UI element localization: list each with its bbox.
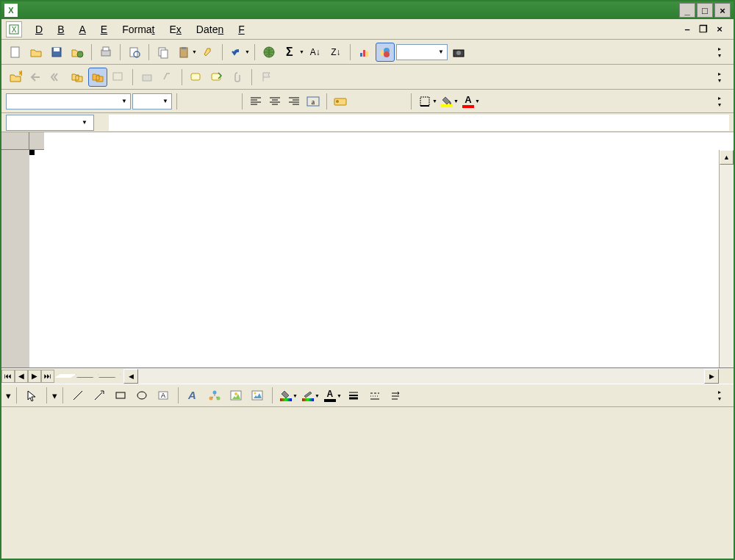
draw-line-color-dropdown[interactable]: ▼ [300,390,320,401]
line-icon[interactable] [68,386,87,405]
merge-center-icon[interactable]: a [304,93,322,110]
currency-icon[interactable] [331,93,349,110]
sheet-tab-2[interactable] [76,374,98,378]
copy-icon[interactable] [154,43,173,62]
fill-handle[interactable] [29,150,35,155]
track-changes-icon[interactable] [158,68,177,87]
euro-button[interactable] [389,93,406,110]
close-button[interactable]: × [714,3,731,18]
underline-button[interactable] [220,93,237,110]
textbox-icon[interactable]: A [154,386,173,405]
comment-send-icon[interactable] [207,68,226,87]
select-objects-icon[interactable] [22,386,41,405]
toolbar-options-icon[interactable]: ▸▾ [710,43,729,62]
draw-fill-color-dropdown[interactable]: ▼ [278,390,298,401]
align-center-icon[interactable] [266,93,284,110]
maximize-button[interactable]: □ [697,3,713,18]
chart-wizard-icon[interactable] [355,43,374,62]
hyperlink-icon[interactable] [259,43,279,62]
autosum-icon[interactable]: Σ [280,43,299,62]
camera-icon[interactable] [449,43,468,62]
new-doc-icon[interactable] [6,43,25,62]
review-toggle-icon[interactable] [88,68,107,87]
borders-dropdown[interactable]: ▼ [416,93,437,110]
scroll-left-icon[interactable]: ◀ [123,369,138,384]
folders-icon[interactable] [68,68,87,87]
sort-asc-icon[interactable]: A↓ [306,43,325,62]
dash-style-icon[interactable] [365,386,384,405]
print-review-icon[interactable] [137,68,157,87]
excel-doc-icon[interactable]: X [6,21,22,37]
sheet-tab-1[interactable] [54,374,76,378]
print-preview-icon[interactable] [125,43,144,62]
permissions-icon[interactable] [68,43,87,62]
doc-restore-button[interactable]: ❐ [697,24,710,35]
arrow-icon[interactable] [90,386,109,405]
open-icon[interactable] [26,43,46,62]
arrow-style-icon[interactable] [387,386,406,405]
align-right-icon[interactable] [285,93,303,110]
reply-all-icon[interactable] [47,68,66,87]
vertical-scrollbar[interactable]: ▲ [719,150,734,367]
toolbar2-options-icon[interactable]: ▸▾ [710,68,729,87]
tab-first-icon[interactable]: ⏮ [1,370,15,383]
save-icon[interactable] [47,43,66,62]
thousands-button[interactable] [370,93,387,110]
review-nav-icon[interactable] [109,68,128,87]
scroll-up-icon[interactable]: ▲ [720,150,734,165]
menu-view[interactable]: A [71,21,93,38]
menu-window[interactable]: F [231,21,252,38]
attach-icon[interactable] [228,68,247,87]
rectangle-icon[interactable] [111,386,130,405]
paste-dropdown[interactable]: ▼ [174,43,197,62]
drawing-toolbar-toggle-icon[interactable] [376,43,395,62]
print-icon[interactable] [96,43,115,62]
format-painter-icon[interactable] [198,43,218,62]
zoom-combo[interactable]: ▼ [396,44,448,60]
menu-format[interactable]: Format [115,21,162,38]
new-folder-icon[interactable]: ✱ [6,68,25,87]
draw-font-color-dropdown[interactable]: A ▼ [322,389,342,402]
autoshapes-menu[interactable]: ▾ [52,390,57,401]
minimize-button[interactable]: _ [679,3,695,18]
menu-help[interactable] [252,26,267,32]
menu-file[interactable]: D [28,21,50,38]
name-box[interactable]: ▼ [6,115,94,131]
formula-input[interactable] [109,115,729,131]
tab-prev-icon[interactable]: ◀ [15,370,28,383]
select-all-corner[interactable] [1,132,29,150]
menu-extras[interactable]: Ex [162,21,189,38]
autosum-arrow-icon[interactable]: ▼ [299,49,304,54]
insert-picture-icon[interactable] [248,386,267,405]
drawing-options-icon[interactable]: ▸▾ [710,386,729,405]
diagram-icon[interactable] [205,386,224,405]
menu-data[interactable]: Daten [189,21,231,38]
scroll-right-icon[interactable]: ▶ [704,369,719,384]
doc-close-button[interactable]: × [713,24,726,35]
reply-icon[interactable] [26,68,46,87]
horizontal-scrollbar[interactable]: ◀ ▶ [123,369,719,384]
menu-insert[interactable]: E [93,21,115,38]
italic-button[interactable] [201,93,218,110]
align-left-icon[interactable] [247,93,265,110]
font-combo[interactable]: ▼ [6,93,131,110]
flag-icon[interactable] [257,68,276,87]
percent-button[interactable] [351,93,368,110]
tab-last-icon[interactable]: ⏭ [41,370,54,383]
clipart-icon[interactable] [226,386,245,405]
font-size-combo[interactable]: ▼ [132,93,172,110]
font-color-dropdown[interactable]: A ▼ [460,94,480,108]
undo-dropdown[interactable]: ▼ [227,43,250,62]
oval-icon[interactable] [132,386,151,405]
tab-next-icon[interactable]: ▶ [28,370,41,383]
line-style-icon[interactable] [344,386,363,405]
bold-button[interactable] [182,93,199,110]
doc-minimize-button[interactable]: – [681,24,694,35]
sort-desc-icon[interactable]: Z↓ [326,43,345,62]
sheet-tab-3[interactable] [98,374,121,378]
drawing-menu[interactable]: ▾ [6,390,11,401]
format-options-icon[interactable]: ▸▾ [710,92,729,111]
fill-color-dropdown[interactable]: ▼ [439,96,459,107]
wordart-icon[interactable]: A [184,386,203,405]
menu-edit[interactable]: B [50,21,71,38]
